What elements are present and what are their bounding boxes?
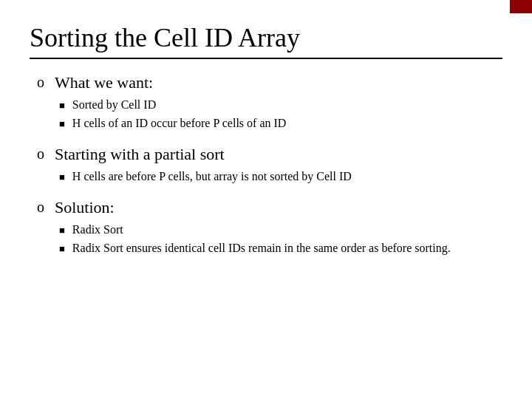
- sub-bullet-3-1: ■ Radix Sort: [59, 222, 502, 238]
- bullet-2-text: Starting with a partial sort: [55, 145, 225, 163]
- sub-bullet-text-3-1: Radix Sort: [72, 222, 123, 238]
- main-bullet-2: o Starting with a partial sort ■ H cells…: [37, 144, 502, 187]
- bullet-marker-3: o: [37, 199, 44, 216]
- sub-bullet-3-2: ■ Radix Sort ensures identical cell IDs …: [59, 240, 502, 256]
- sub-bullet-marker-3-1: ■: [59, 225, 65, 236]
- sub-bullet-text-2-1: H cells are before P cells, but array is…: [72, 168, 352, 185]
- sub-bullets-1: ■ Sorted by Cell ID ■ H cells of an ID o…: [55, 97, 502, 132]
- bullet-1-text: What we want:: [55, 73, 153, 92]
- sub-bullet-marker-1-1: ■: [59, 100, 65, 112]
- bullet-marker-1: o: [37, 74, 44, 91]
- sub-bullets-2: ■ H cells are before P cells, but array …: [55, 168, 502, 185]
- top-right-decoration: [510, 0, 532, 13]
- sub-bullet-marker-2-1: ■: [59, 171, 65, 183]
- sub-bullet-text-3-2: Radix Sort ensures identical cell IDs re…: [72, 240, 451, 256]
- sub-bullet-2-1: ■ H cells are before P cells, but array …: [59, 168, 502, 185]
- bullet-3-text: Solution:: [55, 198, 115, 216]
- sub-bullet-marker-3-2: ■: [59, 243, 65, 255]
- sub-bullet-1-1: ■ Sorted by Cell ID: [59, 97, 502, 113]
- sub-bullet-1-2: ■ H cells of an ID occur before P cells …: [59, 115, 502, 132]
- slide-container: Sorting the Cell ID Array o What we want…: [0, 0, 532, 399]
- sub-bullet-text-1-1: Sorted by Cell ID: [72, 97, 156, 113]
- bullet-2-content: Starting with a partial sort ■ H cells a…: [55, 144, 502, 187]
- sub-bullets-3: ■ Radix Sort ■ Radix Sort ensures identi…: [55, 222, 502, 257]
- bullet-marker-2: o: [37, 146, 44, 163]
- sub-bullet-text-1-2: H cells of an ID occur before P cells of…: [72, 115, 287, 132]
- sub-bullet-marker-1-2: ■: [59, 118, 65, 130]
- main-bullet-1: o What we want: ■ Sorted by Cell ID ■ H …: [37, 72, 502, 134]
- main-bullet-3: o Solution: ■ Radix Sort ■ Radix Sort en…: [37, 197, 502, 259]
- bullet-3-content: Solution: ■ Radix Sort ■ Radix Sort ensu…: [55, 197, 502, 259]
- content-area: o What we want: ■ Sorted by Cell ID ■ H …: [30, 72, 502, 259]
- slide-title: Sorting the Cell ID Array: [30, 22, 502, 59]
- bullet-1-content: What we want: ■ Sorted by Cell ID ■ H ce…: [55, 72, 502, 134]
